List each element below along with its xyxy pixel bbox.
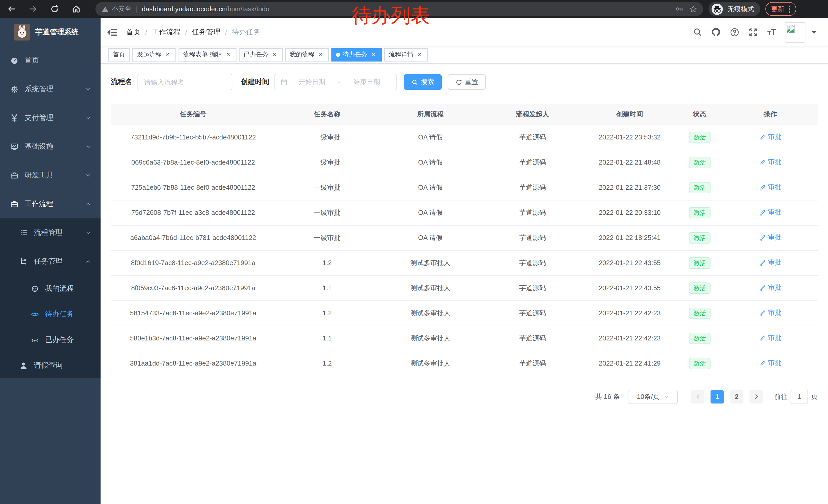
font-size-icon[interactable] [767, 27, 776, 37]
sidebar-item-process-mgmt[interactable]: 流程管理 [0, 218, 100, 247]
page-button-2[interactable]: 2 [730, 390, 743, 403]
table-row: 8f059c03-7ac8-11ec-a9e2-a2380e71991a 1.1… [111, 275, 818, 301]
sidebar-item-infra[interactable]: 基础设施 [0, 132, 100, 161]
table-row: a6aba0a4-7b6d-11ec-b781-acde48001122 一级审… [111, 225, 818, 250]
date-range-picker[interactable]: 开始日期 - 结束日期 [275, 74, 397, 90]
cell-process: OA 请假 [379, 200, 482, 225]
tab-form-edit[interactable]: 流程表单-编辑× [178, 48, 237, 61]
filter-form: 流程名 创建时间 开始日期 - 结束日期 搜索 [111, 74, 818, 90]
breadcrumb-workflow[interactable]: 工作流程 [152, 28, 180, 37]
sidebar-item-devtools[interactable]: 研发工具 [0, 161, 100, 190]
bookmark-star-icon[interactable] [690, 5, 697, 13]
chevron-down-icon [664, 394, 669, 399]
tab-start-process[interactable]: 发起流程× [132, 48, 176, 61]
sidebar-item-my-process[interactable]: 我的流程 [0, 276, 100, 302]
sidebar-item-todo-tasks[interactable]: 待办任务 [0, 302, 100, 327]
close-icon[interactable]: × [370, 51, 377, 58]
process-name-label: 流程名 [111, 78, 132, 87]
end-date-input[interactable]: 结束日期 [342, 78, 391, 87]
close-icon[interactable]: × [271, 51, 278, 58]
page-size-select[interactable]: 10条/页 [628, 390, 678, 404]
status-badge: 激活 [689, 182, 710, 193]
close-icon[interactable]: × [317, 51, 324, 58]
next-page-button[interactable] [749, 390, 763, 403]
breadcrumb-task-mgmt[interactable]: 任务管理 [192, 28, 220, 37]
close-icon[interactable]: × [164, 51, 171, 58]
approve-button[interactable]: 审批 [759, 258, 781, 267]
approve-button[interactable]: 审批 [759, 233, 781, 242]
tab-home[interactable]: 首页 [108, 48, 130, 61]
browser-update-button[interactable]: 更新 [765, 2, 796, 16]
cell-process: OA 请假 [379, 225, 482, 250]
approve-button[interactable]: 审批 [759, 308, 781, 318]
breadcrumb-current: 待办任务 [232, 28, 260, 37]
browser-back-button[interactable] [4, 2, 18, 16]
avatar[interactable] [785, 22, 805, 42]
sidebar-item-leave-query[interactable]: 请假查询 [0, 353, 100, 378]
browser-forward-button[interactable] [26, 2, 40, 16]
browser-toolbar: 不安全 dashboard.yudao.iocoder.cn/bpm/task/… [0, 0, 828, 18]
approve-button[interactable]: 审批 [759, 133, 781, 142]
tab-process-detail[interactable]: 流程详情× [384, 48, 428, 61]
browser-home-button[interactable] [69, 2, 83, 16]
prev-page-button[interactable] [691, 390, 704, 403]
help-icon[interactable] [730, 27, 739, 37]
sidebar-item-system[interactable]: 系统管理 [0, 75, 100, 103]
fullscreen-icon[interactable] [748, 27, 758, 37]
cell-task-id: 725a1eb6-7b88-11ec-8ef0-acde48001122 [111, 175, 276, 200]
approve-button[interactable]: 审批 [759, 359, 781, 368]
goto-page-input[interactable] [791, 390, 808, 404]
sidebar-item-label: 流程管理 [34, 228, 63, 237]
sidebar-item-workflow[interactable]: 工作流程 [0, 190, 100, 218]
close-icon[interactable]: × [416, 51, 423, 58]
cell-process: OA 请假 [379, 125, 482, 150]
github-icon[interactable] [711, 27, 721, 37]
reset-button[interactable]: 重置 [448, 74, 486, 90]
process-name-input[interactable] [137, 74, 233, 90]
browser-reload-button[interactable] [47, 2, 61, 16]
status-badge: 激活 [689, 132, 710, 143]
approve-button[interactable]: 审批 [759, 208, 781, 217]
sidebar-item-done-tasks[interactable]: 已办任务 [0, 327, 100, 353]
sidebar-collapse-button[interactable] [107, 27, 118, 38]
approve-button[interactable]: 审批 [759, 333, 781, 343]
sidebar-item-home[interactable]: 首页 [0, 46, 100, 75]
header-search-icon[interactable] [693, 27, 702, 37]
tab-my-process[interactable]: 我的流程× [285, 48, 329, 61]
breadcrumb-home[interactable]: 首页 [126, 28, 140, 37]
tab-todo-tasks[interactable]: 待办任务× [331, 48, 382, 61]
breadcrumb-separator: / [145, 28, 147, 36]
search-button[interactable]: 搜索 [404, 74, 442, 90]
page-button-1[interactable]: 1 [710, 390, 724, 403]
toolbox-icon [10, 171, 18, 179]
approve-button[interactable]: 审批 [759, 183, 781, 192]
sidebar-item-label: 待办任务 [45, 310, 74, 319]
status-badge: 激活 [689, 332, 710, 344]
sidebar-logo-row[interactable]: 芋道管理系统 [0, 18, 100, 46]
status-badge: 激活 [689, 282, 710, 293]
cell-task-id: a6aba0a4-7b6d-11ec-b781-acde48001122 [111, 225, 276, 250]
start-date-input[interactable]: 开始日期 [288, 78, 336, 87]
cell-task-id: 8f059c03-7ac8-11ec-a9e2-a2380e71991a [111, 275, 276, 301]
approve-button[interactable]: 审批 [759, 283, 781, 292]
cell-task-name: 一级审批 [276, 175, 379, 200]
close-icon[interactable]: × [225, 51, 232, 58]
address-bar[interactable]: 不安全 dashboard.yudao.iocoder.cn/bpm/task/… [95, 2, 703, 16]
cell-created: 2022-01-22 21:48:48 [583, 150, 676, 175]
sidebar-item-payment[interactable]: 支付管理 [0, 103, 100, 132]
cell-task-name: 1.2 [276, 301, 379, 326]
tab-done-tasks[interactable]: 已办任务× [239, 48, 283, 61]
page-size-value: 10条/页 [637, 392, 659, 401]
browser-menu-icon[interactable] [788, 5, 791, 13]
edit-pen-icon [759, 184, 766, 191]
cell-initiator: 芋道源码 [482, 175, 583, 200]
tab-label: 发起流程 [137, 50, 162, 59]
yen-icon [10, 114, 18, 122]
cell-created: 2022-01-21 22:42:23 [583, 301, 676, 326]
sidebar-item-task-mgmt[interactable]: 任务管理 [0, 247, 100, 276]
password-key-icon[interactable] [676, 5, 683, 13]
chevron-down-icon [85, 86, 91, 92]
cell-initiator: 芋道源码 [482, 200, 583, 225]
avatar-caret-icon[interactable] [812, 30, 817, 35]
approve-button[interactable]: 审批 [759, 158, 781, 167]
